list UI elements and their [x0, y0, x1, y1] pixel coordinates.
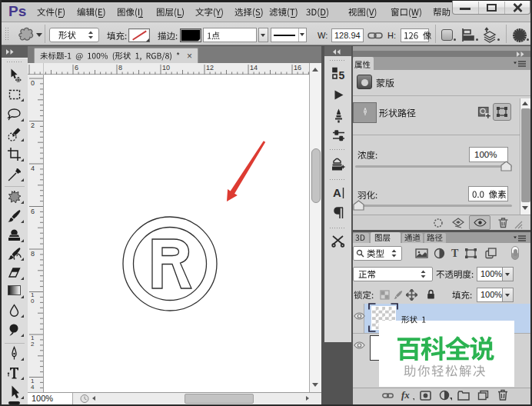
- svg-text:A: A: [333, 186, 341, 199]
- svg-text:5: 5: [339, 69, 345, 82]
